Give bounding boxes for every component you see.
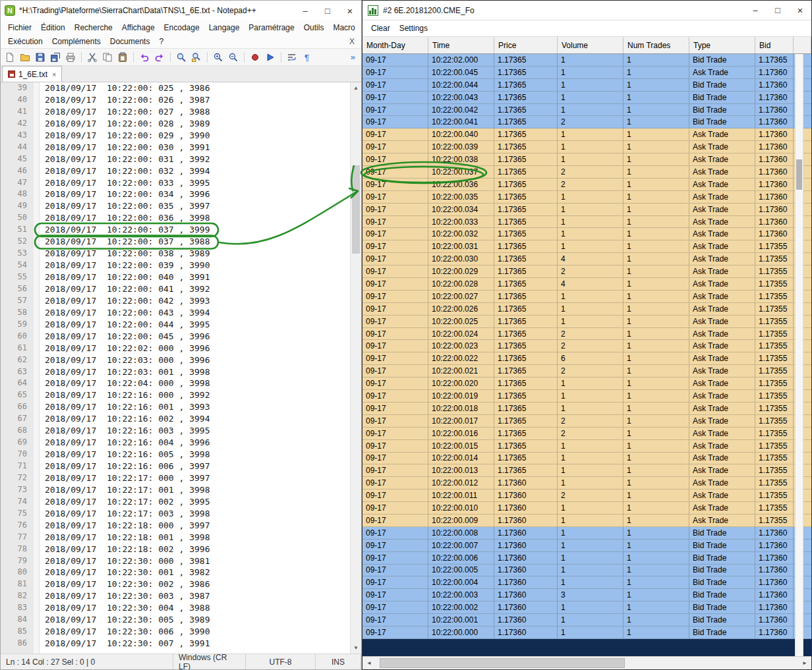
table-row[interactable]: 09-1710:22:00.0331.1736511Ask Trade1.173… — [362, 216, 811, 229]
npp-menu-macro[interactable]: Macro — [328, 23, 359, 32]
code-line[interactable]: 2018/09/17 10:22:16: 000 , 3992 — [45, 389, 350, 401]
table-row[interactable]: 09-1710:22:00.0011.1736011Bid Trade1.173… — [362, 614, 811, 627]
table-row[interactable]: 09-1710:22:00.0261.1736511Ask Trade1.173… — [362, 303, 811, 316]
table-row[interactable]: 09-1710:22:00.0451.1736511Ask Trade1.173… — [362, 67, 811, 79]
table-row[interactable]: 09-1710:22:02.0001.1736511Bid Trade1.173… — [362, 54, 811, 67]
npp-menu-e-dition[interactable]: Édition — [36, 23, 70, 32]
toolbar-overflow-chevron-icon[interactable]: » — [348, 52, 358, 62]
table-row[interactable]: 09-1710:22:00.0161.1736521Ask Trade1.173… — [362, 428, 811, 440]
replace-icon[interactable] — [190, 51, 202, 63]
table-row[interactable]: 09-1710:22:00.0001.1736011Bid Trade1.173… — [362, 627, 811, 639]
code-line[interactable]: 2018/09/17 10:22:00: 033 , 3995 — [45, 177, 350, 189]
table-row[interactable]: 09-1710:22:00.0031.1736031Bid Trade1.173… — [362, 589, 811, 601]
find-icon[interactable] — [175, 51, 187, 63]
code-line[interactable]: 2018/09/17 10:22:00: 035 , 3997 — [45, 200, 350, 212]
redo-icon[interactable] — [154, 51, 165, 63]
table-row[interactable]: 09-1710:22:00.0181.1736511Ask Trade1.173… — [362, 403, 811, 415]
column-header-bid[interactable]: Bid — [755, 37, 794, 53]
sierra-vertical-scrollbar[interactable] — [795, 54, 803, 656]
npp-menu-parame-trage[interactable]: Paramétrage — [244, 23, 299, 32]
code-line[interactable]: 2018/09/17 10:22:00: 034 , 3996 — [45, 188, 350, 200]
table-row[interactable]: 09-1710:22:00.0231.1736521Ask Trade1.173… — [362, 340, 811, 352]
column-header-price[interactable]: Price — [494, 37, 558, 53]
code-line[interactable]: 2018/09/17 10:22:00: 039 , 3990 — [45, 260, 350, 271]
code-line[interactable]: 2018/09/17 10:22:16: 003 , 3995 — [45, 425, 350, 437]
undo-icon[interactable] — [138, 51, 150, 63]
code-line[interactable]: 2018/09/17 10:22:30: 000 , 3981 — [45, 555, 350, 567]
play-macro-icon[interactable] — [264, 51, 276, 63]
code-line[interactable]: 2018/09/17 10:22:16: 002 , 3994 — [45, 413, 350, 425]
code-line[interactable]: 2018/09/17 10:22:03: 001 , 3998 — [45, 366, 350, 378]
code-line[interactable]: 2018/09/17 10:22:30: 004 , 3988 — [45, 602, 350, 614]
npp-menu-affichage[interactable]: Affichage — [117, 23, 160, 32]
table-row[interactable]: 09-1710:22:00.0171.1736521Ask Trade1.173… — [362, 415, 811, 428]
code-line[interactable]: 2018/09/17 10:22:18: 000 , 3997 — [45, 520, 350, 532]
npp-menu-encodage[interactable]: Encodage — [160, 23, 204, 32]
table-row[interactable]: 09-1710:22:00.0361.1736521Ask Trade1.173… — [362, 179, 811, 191]
code-line[interactable]: 2018/09/17 10:22:17: 000 , 3997 — [45, 472, 350, 484]
column-header-num-trades[interactable]: Num Trades — [624, 37, 689, 53]
npp-menu-recherche[interactable]: Recherche — [70, 23, 117, 32]
table-row[interactable]: 09-1710:22:00.0211.1736521Ask Trade1.173… — [362, 365, 811, 377]
table-row[interactable]: 09-1710:22:00.0311.1736511Ask Trade1.173… — [362, 240, 811, 253]
status-encoding[interactable]: UTF-8 — [246, 654, 316, 669]
code-line[interactable]: 2018/09/17 10:22:00: 043 , 3994 — [45, 307, 350, 319]
code-line[interactable]: 2018/09/17 10:22:00: 044 , 3995 — [45, 319, 350, 331]
table-row[interactable]: 09-1710:22:00.0341.1736511Ask Trade1.173… — [362, 204, 811, 216]
maximize-button[interactable]: □ — [767, 1, 789, 20]
code-line[interactable]: 2018/09/17 10:22:30: 003 , 3987 — [45, 590, 350, 602]
table-row[interactable]: 09-1710:22:00.0051.1736011Bid Trade1.173… — [362, 565, 811, 577]
sierra-horizontal-scrollbar[interactable]: ◄ ► — [362, 656, 811, 669]
column-header-type[interactable]: Type — [689, 37, 755, 53]
code-line[interactable]: 2018/09/17 10:22:17: 002 , 3995 — [45, 496, 350, 508]
npp-menu-fichier[interactable]: Fichier — [3, 23, 36, 32]
scroll-right-icon[interactable]: ► — [798, 657, 811, 669]
table-row[interactable]: 09-1710:22:00.0021.1736011Bid Trade1.173… — [362, 601, 811, 614]
table-row[interactable]: 09-1710:22:00.0111.1736021Ask Trade1.173… — [362, 489, 811, 502]
table-row[interactable]: 09-1710:22:00.0251.1736511Ask Trade1.173… — [362, 316, 811, 328]
column-header-time[interactable]: Time — [428, 37, 494, 53]
code-line[interactable]: 2018/09/17 10:22:16: 001 , 3993 — [45, 401, 350, 413]
code-line[interactable]: 2018/09/17 10:22:04: 000 , 3998 — [45, 377, 350, 389]
table-row[interactable]: 09-1710:22:00.0141.1736511Ask Trade1.173… — [362, 453, 811, 465]
zoom-in-icon[interactable] — [212, 51, 224, 63]
code-line[interactable]: 2018/09/17 10:22:30: 006 , 3990 — [45, 626, 350, 638]
table-row[interactable]: 09-1710:22:00.0061.1736011Bid Trade1.173… — [362, 552, 811, 565]
code-line[interactable]: 2018/09/17 10:22:18: 002 , 3996 — [45, 544, 350, 555]
table-row[interactable]: 09-1710:22:00.0081.1736011Bid Trade1.173… — [362, 527, 811, 540]
npp-menu-documents[interactable]: Documents — [105, 37, 155, 46]
sierra-hscroll-thumb[interactable] — [380, 658, 625, 668]
word-wrap-icon[interactable] — [286, 51, 298, 63]
maximize-button[interactable]: □ — [316, 1, 339, 20]
code-line[interactable]: 2018/09/17 10:22:00: 037 , 3988 — [45, 236, 350, 248]
code-line[interactable]: 2018/09/17 10:22:00: 037 , 3999 — [45, 224, 350, 236]
zoom-out-icon[interactable] — [227, 51, 239, 63]
sierra-scrollbar-thumb[interactable] — [796, 159, 802, 190]
code-line[interactable]: 2018/09/17 10:22:16: 005 , 3998 — [45, 449, 350, 461]
cut-icon[interactable] — [86, 51, 98, 63]
paste-icon[interactable] — [117, 51, 129, 63]
minimize-button[interactable]: – — [744, 1, 767, 20]
code-line[interactable]: 2018/09/17 10:22:30: 001 , 3982 — [45, 567, 350, 578]
show-all-characters-icon[interactable]: ¶ — [301, 51, 313, 63]
table-row[interactable]: 09-1710:22:00.0151.1736511Ask Trade1.173… — [362, 440, 811, 453]
code-line[interactable]: 2018/09/17 10:22:17: 003 , 3998 — [45, 508, 350, 520]
scroll-left-icon[interactable]: ◄ — [362, 657, 376, 669]
code-line[interactable]: 2018/09/17 10:22:00: 032 , 3994 — [45, 165, 350, 177]
text-area[interactable]: 2018/09/17 10:22:00: 025 , 39862018/09/1… — [40, 82, 350, 654]
table-row[interactable]: 09-1710:22:00.0391.1736511Ask Trade1.173… — [362, 141, 811, 154]
table-row[interactable]: 09-1710:22:00.0321.1736511Ask Trade1.173… — [362, 228, 811, 240]
code-line[interactable]: 2018/09/17 10:22:00: 028 , 3989 — [45, 118, 350, 130]
code-line[interactable]: 2018/09/17 10:22:17: 001 , 3998 — [45, 484, 350, 496]
menu-close-button[interactable]: X — [343, 37, 361, 46]
column-header-volume[interactable]: Volume — [558, 37, 624, 53]
open-file-icon[interactable] — [19, 51, 31, 63]
table-row[interactable]: 09-1710:22:00.0091.1736011Ask Trade1.173… — [362, 515, 811, 527]
npp-scrollbar-thumb[interactable] — [352, 165, 360, 254]
code-line[interactable]: 2018/09/17 10:22:00: 038 , 3989 — [45, 248, 350, 260]
code-line[interactable]: 2018/09/17 10:22:00: 030 , 3991 — [45, 142, 350, 154]
table-row[interactable]: 09-1710:22:00.0411.1736521Bid Trade1.173… — [362, 116, 811, 128]
scroll-down-icon[interactable]: ▼ — [351, 642, 361, 654]
tab-1-6e-txt[interactable]: 1_6E.txt × — [2, 66, 62, 82]
npp-menu-langage[interactable]: Langage — [204, 23, 245, 32]
